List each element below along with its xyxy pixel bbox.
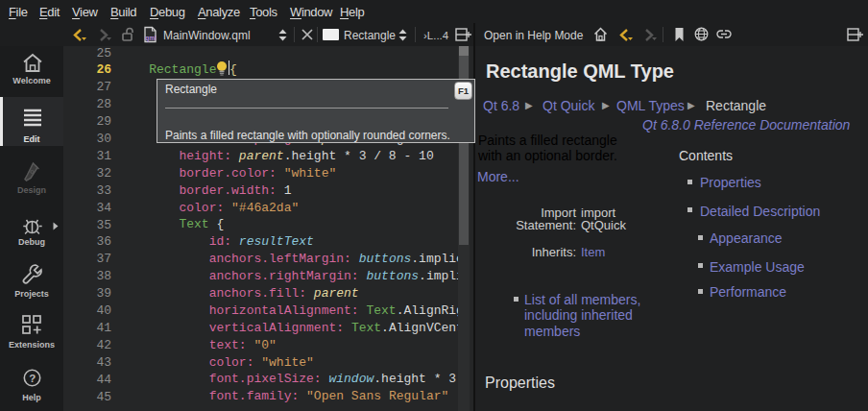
svg-text:?: ? [29, 373, 36, 384]
svg-text:qml: qml [145, 35, 157, 42]
